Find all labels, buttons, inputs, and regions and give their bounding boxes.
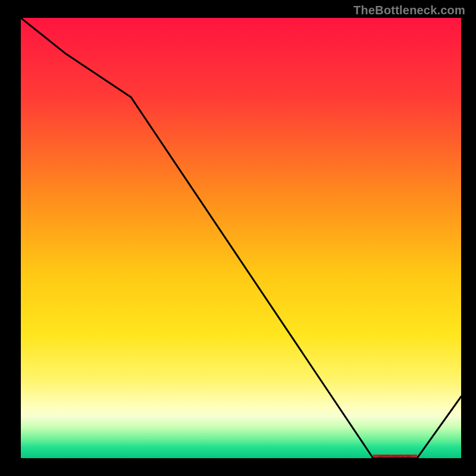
watermark-text: TheBottleneck.com bbox=[353, 4, 465, 17]
chart-frame: TheBottleneck.com BOTTLENECK 0% bbox=[0, 0, 476, 476]
gradient-background bbox=[21, 18, 461, 458]
plot-svg: BOTTLENECK 0% bbox=[21, 18, 461, 458]
plot-area: BOTTLENECK 0% bbox=[21, 18, 461, 458]
bottleneck-zero-label: BOTTLENECK 0% bbox=[379, 455, 411, 458]
